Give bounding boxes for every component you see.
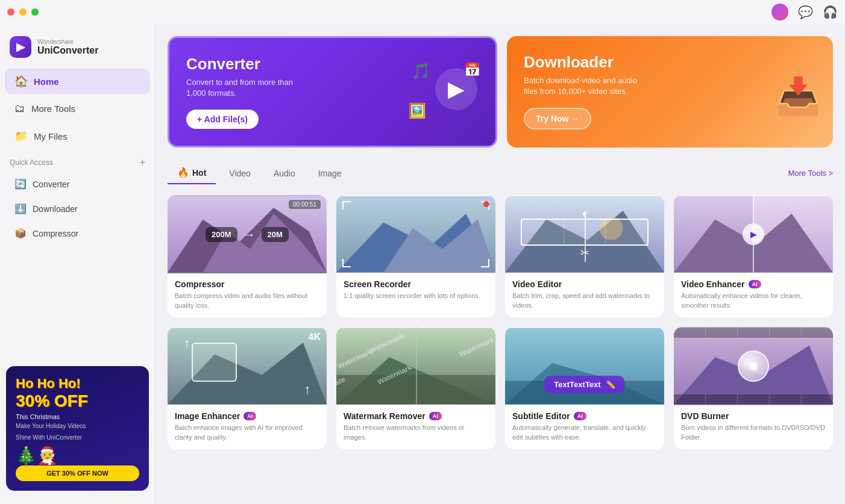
tab-hot[interactable]: 🔥 Hot bbox=[168, 162, 216, 184]
tool-info-dvd-burner: DVD Burner Burn videos in different form… bbox=[674, 405, 833, 449]
ai-badge-subtitle-editor: AI bbox=[574, 412, 586, 420]
tool-name-video-editor: Video Editor bbox=[512, 279, 562, 289]
quick-access-add-button[interactable]: + bbox=[140, 157, 145, 168]
sidebar-item-converter[interactable]: 🔄 Converter bbox=[5, 173, 150, 195]
minimize-button[interactable] bbox=[19, 8, 27, 16]
tool-name-screen-recorder: Screen Recorder bbox=[344, 279, 411, 289]
sidebar-item-downloader[interactable]: ⬇️ Downloader bbox=[5, 198, 150, 220]
sidebar-home-label: Home bbox=[34, 76, 59, 87]
more-tools-link[interactable]: More Tools > bbox=[788, 169, 833, 178]
app-logo: ▶ Wondershare UniConverter bbox=[0, 31, 155, 67]
tool-info-video-editor: Video Editor Batch trim, crop, speed and… bbox=[505, 273, 664, 317]
tool-desc-image-enhancer: Batch enhance images with AI for improve… bbox=[175, 423, 319, 442]
dvd-disc bbox=[738, 350, 769, 382]
downloader-icon: ⬇️ bbox=[14, 203, 27, 214]
tool-card-compressor[interactable]: 00:00:51 200M → 20M Compressor Batch com… bbox=[168, 195, 327, 317]
promo-title: This Christmas bbox=[16, 413, 139, 420]
tool-card-subtitle-editor[interactable]: TextTextText ✏️ Subtitle Editor AI Autom… bbox=[505, 327, 664, 449]
quick-access-section: Quick Access + bbox=[0, 150, 155, 172]
tool-desc-video-editor: Batch trim, crop, speed and add watermar… bbox=[512, 291, 657, 310]
home-icon: 🏠 bbox=[14, 75, 28, 88]
tab-audio-label: Audio bbox=[274, 169, 295, 178]
tab-video-label: Video bbox=[229, 169, 251, 178]
maximize-button[interactable] bbox=[31, 8, 39, 16]
tool-desc-screen-recorder: 1:1 quality screen recorder with lots of… bbox=[344, 291, 488, 300]
sidebar: ▶ Wondershare UniConverter 🏠 Home 🗂 More… bbox=[0, 24, 155, 504]
watermark-text-1: Watermark bbox=[368, 331, 406, 355]
downloader-deco: 📥 bbox=[776, 64, 821, 120]
headset-icon[interactable]: 🎧 bbox=[823, 5, 838, 19]
up-arrow-right: ↑ bbox=[304, 383, 311, 396]
converter-deco: ▶ 🎵 📅 🖼️ bbox=[405, 62, 477, 122]
promo-banner[interactable]: Ho Ho Ho! 30% OFF This Christmas Make Yo… bbox=[6, 366, 149, 491]
tab-video[interactable]: Video bbox=[219, 164, 260, 183]
tool-thumb-image-enhancer: 4K ↑ ↑ bbox=[168, 327, 327, 405]
hero-downloader: Downloader Batch download video and audi… bbox=[507, 36, 833, 148]
close-button[interactable] bbox=[7, 8, 14, 16]
tool-desc-subtitle-editor: Automatically generate, translate, and q… bbox=[512, 423, 657, 442]
from-size: 200M bbox=[206, 227, 237, 242]
tool-thumb-compressor: 00:00:51 200M → 20M bbox=[168, 195, 327, 273]
rec-corner-br bbox=[481, 259, 489, 267]
tool-thumb-screen-recorder bbox=[336, 195, 495, 273]
logo-name: UniConverter bbox=[37, 45, 98, 56]
logo-brand: Wondershare bbox=[37, 39, 98, 45]
titlebar: 💬 🎧 bbox=[0, 0, 845, 24]
logo-icon: ▶ bbox=[10, 36, 31, 58]
watermark-text-4: Watermark bbox=[458, 335, 495, 359]
chat-icon[interactable]: 💬 bbox=[798, 5, 813, 19]
tab-image-label: Image bbox=[318, 169, 342, 178]
tool-desc-compressor: Batch compress video and audio files wit… bbox=[175, 291, 319, 310]
app-body: ▶ Wondershare UniConverter 🏠 Home 🗂 More… bbox=[0, 24, 845, 504]
tool-card-dvd-burner[interactable]: DVD Burner Burn videos in different form… bbox=[674, 327, 833, 449]
subtitle-text: TextTextText bbox=[554, 380, 600, 389]
tool-info-compressor: Compressor Batch compress video and audi… bbox=[168, 273, 327, 317]
sidebar-item-my-files[interactable]: 📁 My Files bbox=[5, 123, 150, 149]
compressor-icon: 📦 bbox=[14, 228, 27, 239]
rec-corner-bl bbox=[342, 259, 351, 267]
tool-thumb-video-editor: ▼ ✂ bbox=[505, 195, 664, 273]
flame-icon: 🔥 bbox=[177, 167, 189, 178]
tab-image[interactable]: Image bbox=[309, 164, 351, 183]
tool-desc-dvd-burner: Burn videos in different formats to DVD/… bbox=[681, 423, 826, 442]
more-tools-icon: 🗂 bbox=[14, 102, 25, 115]
tool-info-subtitle-editor: Subtitle Editor AI Automatically generat… bbox=[505, 405, 664, 449]
play-icon: ▶ bbox=[743, 223, 764, 245]
promo-figures: 🎄🧑‍🎄 bbox=[16, 446, 139, 465]
watermark-text-3: Watermark bbox=[376, 362, 413, 386]
tool-info-video-enhancer: Video Enhancer AI Automatically enhance … bbox=[674, 273, 833, 317]
tab-hot-label: Hot bbox=[192, 168, 206, 178]
tool-card-video-enhancer[interactable]: ▶ Video Enhancer AI Automatically enhanc… bbox=[674, 195, 833, 317]
subtitle-edit-icon: ✏️ bbox=[606, 380, 615, 389]
tabs-row: 🔥 Hot Video Audio Image More Tools > bbox=[168, 162, 833, 184]
ai-badge-image-enhancer: AI bbox=[243, 412, 256, 420]
tool-card-screen-recorder[interactable]: Screen Recorder 1:1 quality screen recor… bbox=[336, 195, 495, 317]
tool-card-image-enhancer[interactable]: 4K ↑ ↑ Image Enhancer AI Batch enhance i… bbox=[168, 327, 327, 449]
sidebar-item-more-tools[interactable]: 🗂 More Tools bbox=[5, 96, 150, 121]
tools-grid: 00:00:51 200M → 20M Compressor Batch com… bbox=[168, 195, 833, 449]
sidebar-more-tools-label: More Tools bbox=[31, 104, 75, 114]
hero-converter: Converter Convert to and from more than … bbox=[168, 36, 497, 148]
add-files-button[interactable]: + Add File(s) bbox=[186, 110, 259, 129]
tool-name-video-enhancer: Video Enhancer bbox=[681, 279, 745, 289]
tool-card-video-editor[interactable]: ▼ ✂ Video Editor Batch trim, crop, speed… bbox=[505, 195, 664, 317]
tab-audio[interactable]: Audio bbox=[264, 164, 305, 183]
tool-card-watermark-remover[interactable]: Watermark Watermark Watermark Watermark … bbox=[336, 327, 495, 449]
hero-row: Converter Convert to and from more than … bbox=[168, 36, 833, 148]
converter-icon: 🔄 bbox=[14, 178, 27, 190]
promo-subtitle2: Shine With UniConverter bbox=[16, 434, 139, 441]
subtitle-preview-bar: TextTextText ✏️ bbox=[544, 376, 624, 393]
sidebar-converter-label: Converter bbox=[33, 179, 69, 189]
sidebar-item-compressor[interactable]: 📦 Compressor bbox=[5, 222, 150, 244]
try-now-button[interactable]: Try Now → bbox=[524, 108, 591, 129]
quick-access-label: Quick Access bbox=[10, 158, 53, 167]
compress-arrow: → bbox=[243, 228, 256, 241]
avatar[interactable] bbox=[771, 4, 788, 20]
tool-thumb-watermark-remover: Watermark Watermark Watermark Watermark … bbox=[336, 327, 495, 405]
downloader-hero-title: Downloader bbox=[524, 53, 816, 72]
tool-desc-watermark-remover: Batch remove watermarks from videos or i… bbox=[344, 423, 488, 442]
up-arrow-left: ↑ bbox=[183, 337, 190, 350]
sidebar-item-home[interactable]: 🏠 Home bbox=[5, 69, 150, 94]
tool-info-image-enhancer: Image Enhancer AI Batch enhance images w… bbox=[168, 405, 327, 449]
promo-cta-button[interactable]: GET 30% OFF NOW bbox=[16, 465, 139, 481]
